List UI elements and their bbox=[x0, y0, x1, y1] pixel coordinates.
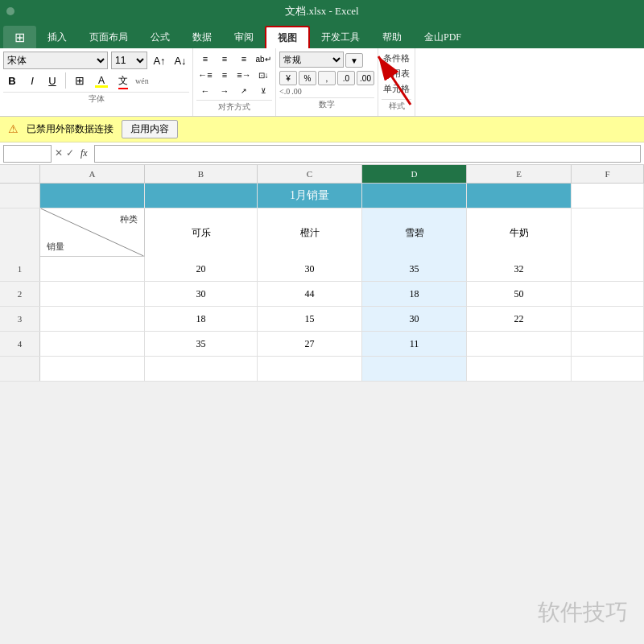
title-cell-F[interactable] bbox=[572, 184, 644, 208]
cell-B2[interactable]: 30 bbox=[145, 282, 258, 306]
decimal-right-label: .00 bbox=[291, 87, 302, 96]
cell-F3[interactable] bbox=[572, 307, 644, 331]
cell-A4[interactable] bbox=[40, 332, 145, 356]
cell-C1[interactable]: 30 bbox=[258, 257, 362, 281]
cell-E3[interactable]: 22 bbox=[467, 307, 572, 331]
indent-less-btn[interactable]: ← bbox=[196, 84, 214, 98]
italic-button[interactable]: I bbox=[23, 72, 41, 89]
diagonal-cell[interactable]: 种类 销量 bbox=[40, 208, 145, 257]
cell-B5[interactable] bbox=[145, 357, 258, 381]
text-direction-btn[interactable]: ↗ bbox=[235, 84, 253, 98]
cell-C4[interactable]: 27 bbox=[258, 332, 362, 356]
cell-B3[interactable]: 18 bbox=[145, 307, 258, 331]
cell-F2[interactable] bbox=[572, 282, 644, 306]
watermark: 软件技巧 bbox=[538, 597, 628, 628]
tab-view[interactable]: 视图 bbox=[265, 26, 310, 48]
tab-help[interactable]: 帮助 bbox=[371, 26, 413, 48]
wrap-text-btn[interactable]: ab↵ bbox=[254, 52, 272, 66]
cell-D4[interactable]: 11 bbox=[362, 332, 467, 356]
cell-style-btn[interactable]: 单元格 bbox=[382, 82, 411, 96]
font-color-btn[interactable]: 文 bbox=[114, 71, 133, 90]
tab-formula[interactable]: 公式 bbox=[139, 26, 181, 48]
cancel-formula-btn[interactable]: ✕ bbox=[55, 147, 63, 159]
decimal-decrease-btn[interactable]: .00 bbox=[357, 71, 374, 85]
table-style-btn[interactable]: 套用表 bbox=[382, 67, 411, 80]
cell-F4[interactable] bbox=[572, 332, 644, 356]
font-family-select[interactable]: 宋体 bbox=[3, 52, 108, 69]
tab-pdf[interactable]: 金山PDF bbox=[413, 26, 473, 48]
cell-F5[interactable] bbox=[572, 357, 644, 381]
cell-D2[interactable]: 18 bbox=[362, 282, 467, 306]
bold-button[interactable]: B bbox=[3, 72, 21, 89]
cell-B1[interactable]: 20 bbox=[145, 257, 258, 281]
conditional-format-btn[interactable]: 条件格 bbox=[382, 52, 411, 65]
indent-more-btn[interactable]: → bbox=[216, 84, 233, 98]
cell-B4[interactable]: 35 bbox=[145, 332, 258, 356]
col-header-F[interactable]: F bbox=[572, 165, 644, 183]
align-top-right-btn[interactable]: ≡ bbox=[235, 52, 253, 66]
subheader-E[interactable]: 牛奶 bbox=[467, 208, 572, 257]
tab-developer[interactable]: 开发工具 bbox=[310, 26, 371, 48]
formula-input[interactable] bbox=[94, 145, 641, 163]
tab-review[interactable]: 审阅 bbox=[223, 26, 265, 48]
tab-data[interactable]: 数据 bbox=[181, 26, 223, 48]
font-increase-btn[interactable]: A↑ bbox=[151, 52, 168, 69]
subheader-F[interactable] bbox=[572, 208, 644, 257]
align-left-btn[interactable]: ←≡ bbox=[196, 68, 214, 82]
cell-reference-input[interactable] bbox=[3, 145, 52, 163]
cell-E4[interactable] bbox=[467, 332, 572, 356]
tab-layout[interactable]: 页面布局 bbox=[78, 26, 139, 48]
number-expand-btn[interactable]: ▼ bbox=[345, 53, 363, 68]
cell-A5[interactable] bbox=[40, 357, 145, 381]
align-center-btn[interactable]: ≡ bbox=[216, 68, 233, 82]
title-cell-E[interactable] bbox=[467, 184, 572, 208]
column-headers: A B C D E F bbox=[0, 165, 644, 184]
cell-D3[interactable]: 30 bbox=[362, 307, 467, 331]
cell-E5[interactable] bbox=[467, 357, 572, 381]
title-cell-B[interactable] bbox=[145, 184, 258, 208]
formula-controls: ✕ ✓ bbox=[55, 147, 74, 159]
col-header-B[interactable]: B bbox=[145, 165, 258, 183]
col-header-A[interactable]: A bbox=[40, 165, 145, 183]
subheader-D[interactable]: 雪碧 bbox=[362, 208, 467, 257]
merge-cells-btn[interactable]: ⊡↓ bbox=[254, 68, 272, 82]
font-decrease-btn[interactable]: A↓ bbox=[171, 52, 189, 69]
align-expand-btn[interactable]: ⊻ bbox=[254, 84, 272, 98]
align-top-left-btn[interactable]: ≡ bbox=[196, 52, 214, 66]
currency-btn[interactable]: ¥ bbox=[279, 71, 297, 85]
subheader-C[interactable]: 橙汁 bbox=[258, 208, 362, 257]
cell-C3[interactable]: 15 bbox=[258, 307, 362, 331]
decimal-increase-btn[interactable]: .0 bbox=[337, 71, 355, 85]
tab-file[interactable]: ⊞ bbox=[3, 26, 36, 48]
confirm-formula-btn[interactable]: ✓ bbox=[66, 147, 74, 159]
tab-insert[interactable]: 插入 bbox=[36, 26, 78, 48]
cell-C5[interactable] bbox=[258, 357, 362, 381]
col-header-C[interactable]: C bbox=[258, 165, 362, 183]
border-btn[interactable]: ⊞ bbox=[70, 71, 89, 90]
cell-A1[interactable] bbox=[40, 257, 145, 281]
cell-F1[interactable] bbox=[572, 257, 644, 281]
align-top-center-btn[interactable]: ≡ bbox=[216, 52, 233, 66]
title-cell-A[interactable] bbox=[40, 184, 145, 208]
cell-D1[interactable]: 35 bbox=[362, 257, 467, 281]
cell-E1[interactable]: 32 bbox=[467, 257, 572, 281]
formula-bar: ✕ ✓ fx bbox=[0, 142, 644, 165]
comma-btn[interactable]: , bbox=[318, 71, 336, 85]
font-size-select[interactable]: 11 12 bbox=[111, 52, 147, 69]
enable-content-button[interactable]: 启用内容 bbox=[122, 120, 178, 138]
col-header-D[interactable]: D bbox=[362, 165, 467, 183]
align-right-btn[interactable]: ≡→ bbox=[235, 68, 253, 82]
cell-A3[interactable] bbox=[40, 307, 145, 331]
cell-D5[interactable] bbox=[362, 357, 467, 381]
percent-btn[interactable]: % bbox=[299, 71, 316, 85]
cell-E2[interactable]: 50 bbox=[467, 282, 572, 306]
col-header-E[interactable]: E bbox=[467, 165, 572, 183]
subheader-B[interactable]: 可乐 bbox=[145, 208, 258, 257]
underline-button[interactable]: U bbox=[43, 72, 61, 89]
title-cell-D[interactable] bbox=[362, 184, 467, 208]
cell-C2[interactable]: 44 bbox=[258, 282, 362, 306]
cell-A2[interactable] bbox=[40, 282, 145, 306]
number-format-select[interactable]: 常规 数字 货币 日期 bbox=[279, 52, 344, 68]
title-cell-C[interactable]: 1月销量 bbox=[258, 184, 362, 208]
fill-color-btn[interactable]: A bbox=[92, 71, 111, 90]
